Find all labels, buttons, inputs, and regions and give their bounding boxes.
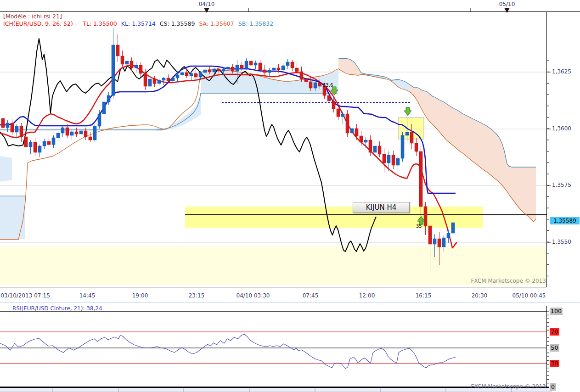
candle-body bbox=[392, 155, 395, 165]
cloud-twist bbox=[156, 95, 201, 131]
chart-window: [Modèle : ichi rsi 21] ICH(EUR/USD, 9, 2… bbox=[0, 0, 580, 392]
candle-body bbox=[29, 142, 32, 147]
time-axis-label: 19:00 bbox=[132, 292, 148, 299]
candle-body bbox=[424, 207, 427, 226]
candle-body bbox=[268, 70, 271, 73]
candle-body bbox=[112, 45, 115, 95]
candle-body bbox=[34, 142, 37, 152]
candle-body bbox=[79, 131, 83, 134]
candle-body bbox=[52, 138, 55, 145]
candle-body bbox=[139, 65, 142, 73]
legend-value: SA: 1,35607 bbox=[199, 20, 234, 27]
candle-body bbox=[442, 238, 445, 247]
candle-body bbox=[121, 56, 124, 64]
candle-body bbox=[355, 129, 358, 136]
candle-body bbox=[24, 137, 28, 147]
time-axis-label: 20:30 bbox=[472, 292, 488, 299]
candle-body bbox=[369, 140, 372, 152]
candle-body bbox=[373, 146, 377, 152]
candle-body bbox=[15, 126, 18, 132]
candle-body bbox=[249, 61, 253, 65]
candle-body bbox=[410, 132, 413, 143]
candle-body bbox=[47, 141, 51, 145]
candle-body bbox=[56, 133, 60, 138]
top-axis-date: 05/10 bbox=[499, 1, 515, 7]
candle-body bbox=[304, 79, 308, 82]
candle-body bbox=[176, 75, 179, 78]
candle-body bbox=[236, 65, 239, 71]
candle-body bbox=[277, 68, 280, 70]
candle-body bbox=[102, 102, 106, 114]
candle-body bbox=[360, 136, 363, 142]
time-axis-label: 23:15 bbox=[189, 292, 205, 299]
time-axis-label: 16:15 bbox=[416, 292, 432, 299]
candle-body bbox=[272, 68, 276, 70]
candle-body bbox=[291, 62, 294, 68]
price-axis-label: 1,3550 bbox=[552, 239, 571, 245]
candle-body bbox=[245, 61, 248, 68]
candle-body bbox=[194, 73, 197, 77]
candle-body bbox=[341, 114, 344, 117]
candle-body bbox=[401, 135, 404, 158]
watermark-main: FXCM Marketscope © 2013 bbox=[471, 278, 546, 284]
chart-canvas[interactable] bbox=[0, 0, 580, 392]
rsi-level-label: 30 bbox=[550, 360, 559, 367]
time-axis-label: 07:45 bbox=[303, 292, 319, 299]
candle-body bbox=[153, 79, 156, 84]
sell-arrow-icon bbox=[404, 107, 411, 116]
price-axis-label: 1,3600 bbox=[552, 125, 571, 132]
candle-body bbox=[314, 83, 317, 88]
rsi-indicator-label: RSI(EUR/USD Cloture, 21): 38,24 bbox=[12, 305, 102, 312]
candle-body bbox=[240, 65, 243, 68]
date-marker-icon bbox=[204, 8, 209, 13]
candle-body bbox=[350, 129, 354, 133]
candle-body bbox=[405, 132, 409, 135]
candle-body bbox=[167, 78, 170, 81]
date-marker-icon bbox=[504, 8, 510, 13]
candle-body bbox=[231, 67, 234, 71]
candle-body bbox=[295, 68, 298, 72]
cloud-salmon-small bbox=[338, 58, 363, 75]
time-axis-label: 05/10 00:45 bbox=[512, 292, 546, 299]
candle-body bbox=[337, 109, 340, 117]
candle-body bbox=[199, 73, 202, 77]
legend-value: ICH(EUR/USD, 9, 26, 52) - bbox=[3, 20, 79, 27]
candle-body bbox=[61, 128, 64, 133]
time-axis-label: 14:45 bbox=[79, 292, 96, 299]
candle-body bbox=[208, 70, 211, 72]
candle-body bbox=[185, 73, 188, 76]
top-axis-date: 04/10 bbox=[199, 1, 215, 7]
candle-body bbox=[217, 69, 220, 71]
candle-body bbox=[1, 118, 5, 128]
candle-body bbox=[254, 63, 257, 65]
legend: [Modèle : ichi rsi 21] ICH(EUR/USD, 9, 2… bbox=[3, 13, 277, 27]
legend-indicator-values: ICH(EUR/USD, 9, 26, 52) - TL: 1,35500KL:… bbox=[3, 20, 277, 27]
candle-body bbox=[327, 95, 331, 101]
legend-model-label: [Modèle : ichi rsi 21] bbox=[3, 13, 277, 20]
candle-body bbox=[98, 114, 101, 126]
candle-body bbox=[346, 114, 349, 133]
candle-body bbox=[309, 82, 312, 88]
legend-value: SB: 1,35832 bbox=[238, 20, 273, 27]
bottom-scrollbar[interactable] bbox=[0, 388, 551, 392]
candle-body bbox=[66, 128, 69, 135]
candle-body bbox=[75, 132, 78, 134]
candle-body bbox=[43, 141, 46, 146]
candle-body bbox=[387, 155, 390, 163]
candle-body bbox=[190, 73, 193, 76]
candle-body bbox=[438, 239, 441, 247]
candle-body bbox=[89, 137, 92, 140]
candle-body bbox=[451, 223, 455, 233]
candle-body bbox=[171, 78, 175, 81]
kijun-h4-label: KIJUN H4 bbox=[353, 202, 410, 213]
current-price-tag: 1,35589 bbox=[550, 217, 580, 224]
candle-body bbox=[11, 123, 14, 132]
cloud-left bbox=[0, 196, 25, 239]
candle-body bbox=[433, 239, 436, 244]
candle-body bbox=[158, 80, 161, 84]
candle-body bbox=[263, 70, 266, 73]
candle-body bbox=[318, 83, 321, 86]
rsi-bottom-border bbox=[0, 387, 549, 388]
candle-body bbox=[144, 73, 147, 86]
candle-body bbox=[282, 66, 285, 70]
